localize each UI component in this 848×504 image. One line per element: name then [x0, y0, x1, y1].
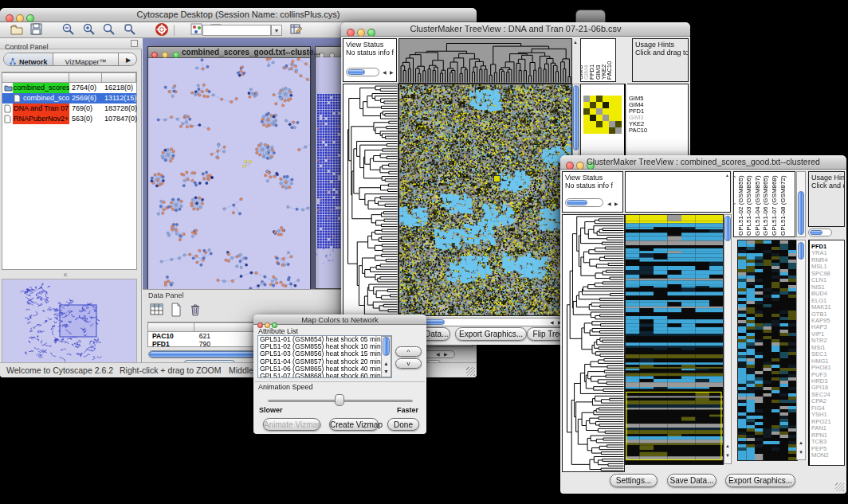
network-row[interactable]: RNAPuberNov2+563(0)107847(0) [2, 114, 136, 124]
scroll-up-icon[interactable]: ▲ [725, 443, 730, 449]
tv1-column-label: PAC10 [607, 61, 612, 80]
tv2-button-exportgraphics[interactable]: Export Graphics... [725, 474, 795, 487]
dialog-button-animatevizmap[interactable]: Animate Vizmap [263, 418, 320, 431]
network-edges: 16218(0) [102, 83, 136, 93]
tv2-heatmap[interactable] [625, 214, 724, 465]
scroll-up-icon[interactable]: ▲ [799, 440, 803, 446]
zoom-in-icon[interactable] [82, 22, 97, 37]
network-name: combined_scores [13, 83, 69, 93]
network-canvas[interactable] [148, 58, 310, 289]
tv2-title-bar[interactable]: ClusterMaker TreeView : combined_scores_… [560, 155, 846, 170]
scroll-down-icon[interactable]: ▼ [725, 453, 730, 459]
tv1-column-dendrogram[interactable] [398, 38, 572, 84]
tv2-gene-label: PAN1 [811, 425, 826, 432]
scroll-right-icon[interactable]: ▶ [444, 352, 448, 357]
network-view-title: combined_scores_good.txt--cluste... [182, 48, 320, 57]
mini-cell [603, 96, 609, 102]
scroll-right-icon[interactable]: ▶ [614, 201, 618, 207]
network-row[interactable]: combined_sco2569(6)13112(15) [2, 93, 136, 104]
scroll-left-icon[interactable]: ◀ [436, 352, 440, 357]
slower-label: Slower [259, 406, 283, 414]
dialog-button-done[interactable]: Done [387, 418, 419, 431]
tv1-button-exportgraphics[interactable]: Export Graphics... [455, 327, 527, 341]
col-edges[interactable] [102, 72, 136, 83]
network-row[interactable]: DNA and Tran 07769(0)183728(0) [2, 104, 136, 114]
scroll-right-icon[interactable]: ▶ [390, 70, 394, 76]
tv2-column-dendrogram[interactable] [625, 171, 731, 213]
move-up-button[interactable]: ^ [395, 346, 422, 357]
dialog-title-bar[interactable]: Map Colors to Network [253, 315, 426, 325]
zoom-selected-icon[interactable] [123, 22, 138, 37]
scroll-down-icon[interactable]: ▼ [383, 369, 389, 374]
speed-slider-thumb[interactable] [335, 394, 344, 406]
scroll-down-icon[interactable]: ▼ [799, 450, 803, 455]
mini-cell [583, 96, 590, 102]
network-overview[interactable] [2, 279, 137, 365]
mini-cell [609, 102, 615, 108]
splitter-handle[interactable]: ⇱ [64, 272, 72, 277]
tv2-column-label: GPL51-04 (GSM857) [754, 175, 761, 236]
mini-cell [615, 102, 622, 108]
tv1-heatmap[interactable] [398, 84, 572, 316]
attribute-list-label: Attribute List [258, 327, 298, 335]
table-icon[interactable] [150, 303, 165, 318]
mini-cell [596, 127, 603, 134]
new-page-icon[interactable] [169, 303, 184, 318]
status-welcome: Welcome to Cytoscape 2.6.2 [6, 365, 113, 375]
tab-network[interactable]: Network [4, 53, 53, 66]
col-network[interactable] [2, 72, 69, 83]
tv2-nav-vscroll[interactable] [796, 240, 806, 460]
trash-icon[interactable] [188, 303, 203, 318]
scroll-left-icon[interactable]: ◀ [383, 70, 387, 76]
network-view-window-1[interactable]: combined_scores_good.txt--cluste... [147, 46, 311, 289]
tv2-usage-hints: Usage Hints Click and drag to [808, 171, 845, 227]
network-nodes: 563(0) [69, 114, 102, 124]
help-icon[interactable] [155, 22, 170, 37]
main-title-bar[interactable]: Cytoscape Desktop (Session Name: collins… [0, 8, 477, 22]
resize-grip[interactable] [466, 367, 475, 376]
save-icon[interactable] [29, 22, 45, 37]
tv1-title-bar[interactable]: ClusterMaker TreeView : DNA and Tran 07-… [341, 22, 690, 37]
attr-col-id[interactable] [148, 322, 194, 332]
search-input[interactable] [202, 25, 271, 36]
open-icon[interactable] [10, 22, 25, 37]
float-panel-icon[interactable] [131, 40, 138, 47]
tab-overflow-arrow[interactable]: ▶ [119, 53, 137, 66]
mini-cell [590, 96, 596, 102]
resize-grip[interactable] [835, 483, 844, 491]
mini-cell [609, 115, 615, 121]
tv2-col-scroll-up[interactable]: ▲ [725, 173, 729, 178]
scroll-left-icon[interactable]: ◀ [550, 320, 554, 326]
main-window-title: Cytoscape Desktop (Session Name: collins… [0, 10, 477, 19]
move-down-button[interactable]: v [395, 358, 422, 369]
minimize-icon[interactable] [162, 52, 168, 58]
scroll-up-icon[interactable]: ▲ [383, 361, 389, 366]
tab-vizmapper[interactable]: VizMapper™ [53, 53, 119, 66]
tv2-column-label: GPL51-01 (GSM854) [733, 175, 736, 236]
dialog-button-createvizmap[interactable]: Create Vizmap [329, 418, 379, 431]
attribute-listbox[interactable]: GPL51-01 (GSM854) heat shock 05 minGPL51… [257, 335, 392, 378]
network-nodes: 769(0) [69, 104, 102, 114]
tv2-gene-label: PHO81 [811, 365, 831, 371]
attribute-editor-icon[interactable] [289, 22, 304, 37]
network-file-icon [14, 94, 22, 102]
network-row[interactable]: combined_scores2764(0)16218(0) [2, 83, 136, 93]
tv2-button-settings[interactable]: Settings... [610, 474, 658, 487]
tv1-row-dendrogram[interactable] [343, 84, 398, 316]
scroll-left-icon[interactable]: ◀ [607, 201, 611, 207]
mini-cell [615, 96, 622, 102]
zoom-fit-icon[interactable] [102, 22, 117, 37]
attribute-list-item[interactable]: GPL51-07 (GSM868) heat shock 60 min [258, 373, 391, 378]
tv2-button-savedata[interactable]: Save Data... [667, 474, 716, 487]
search-dropdown[interactable]: ▼ [271, 25, 282, 36]
tv1-mini-heatmap[interactable] [583, 96, 622, 134]
zoom-icon[interactable] [173, 52, 179, 58]
col-nodes[interactable] [69, 72, 102, 83]
close-icon[interactable] [151, 52, 158, 58]
tv2-row-dendrogram[interactable] [562, 214, 625, 472]
network-file-icon [4, 104, 13, 112]
zoom-out-icon[interactable] [61, 22, 77, 37]
tv2-vscrollbar[interactable] [724, 214, 732, 464]
tv1-col-scroll-up[interactable]: ▲ [573, 40, 578, 45]
tv2-navigator-heatmap[interactable] [737, 240, 798, 461]
